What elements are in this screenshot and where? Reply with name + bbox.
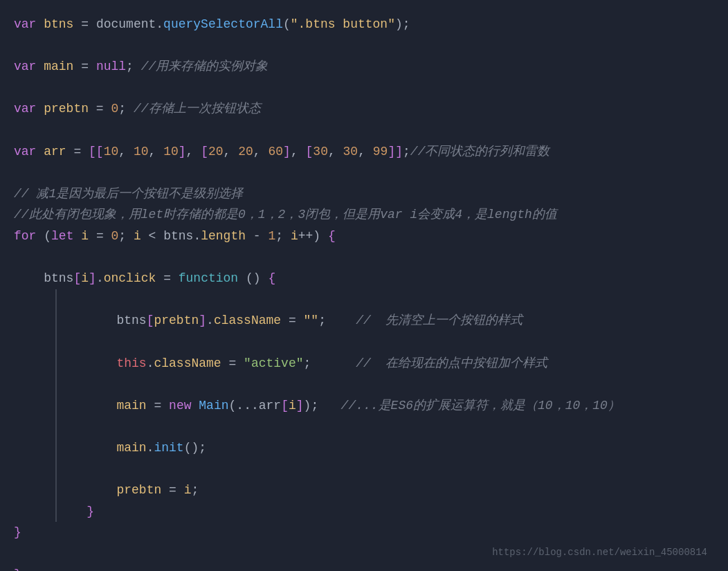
code-line-13: btns[i].onclick = function () { (14, 268, 707, 289)
code-line-17: this.className = "active"; // 在给现在的点中按钮加… (57, 353, 707, 374)
code-line-5: var prebtn = 0; //存储上一次按钮状态 (14, 98, 707, 120)
code-line-7: var arr = [[10, 10, 10], [20, 20, 60], [… (14, 141, 707, 163)
code-line-20 (57, 416, 707, 437)
code-line-12 (14, 247, 707, 269)
code-line-19: main = new Main(...arr[i]); //...是ES6的扩展… (57, 395, 707, 417)
code-line-10: //此处有闭包现象，用let时存储的都是0，1，2，3闭包，但是用var i会变… (14, 204, 707, 226)
code-line-3: var main = null; //用来存储的实例对象 (14, 56, 707, 78)
code-line-16 (57, 332, 707, 353)
code-editor: var btns = document.querySelectorAll(".b… (0, 0, 728, 571)
code-line-2 (14, 35, 707, 57)
code-line-4 (14, 78, 707, 99)
code-line-27: } (14, 564, 707, 571)
code-line-23: prebtn = i; (57, 480, 707, 501)
code-line-24: } (57, 501, 707, 523)
code-line-18 (57, 374, 707, 395)
code-line-25: } (14, 522, 707, 543)
code-line-21: main.init(); (57, 437, 707, 459)
code-line-1: var btns = document.querySelectorAll(".b… (14, 14, 707, 35)
code-line-15: btns[prebtn].className = ""; // 先清空上一个按钮… (57, 310, 707, 332)
code-line-11: for (let i = 0; i < btns.length - 1; i++… (14, 226, 707, 247)
code-line-22 (57, 458, 707, 480)
source-url: https://blog.csdn.net/weixin_45000814 (492, 545, 707, 561)
code-line-8 (14, 162, 707, 183)
code-line-6 (14, 120, 707, 141)
code-line-9: // 减1是因为最后一个按钮不是级别选择 (14, 183, 707, 205)
code-line-14 (57, 289, 707, 311)
